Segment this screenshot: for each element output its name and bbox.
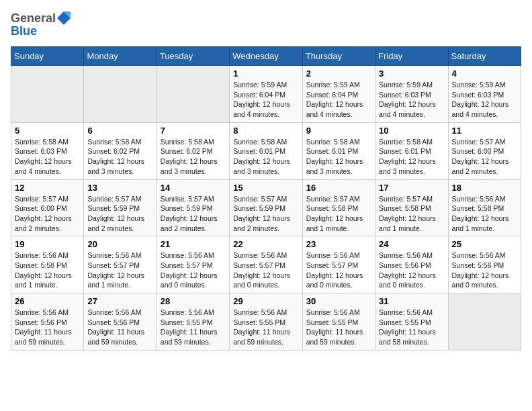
day-number: 13 [87,183,152,193]
day-info: Sunrise: 5:58 AM Sunset: 6:01 PM Dayligh… [306,137,371,177]
day-info: Sunrise: 5:56 AM Sunset: 5:57 PM Dayligh… [161,250,226,290]
calendar-cell: 3Sunrise: 5:59 AM Sunset: 6:03 PM Daylig… [375,66,448,123]
calendar-cell: 22Sunrise: 5:56 AM Sunset: 5:57 PM Dayli… [230,236,302,293]
day-info: Sunrise: 5:56 AM Sunset: 5:58 PM Dayligh… [452,194,517,234]
calendar-week-row: 5Sunrise: 5:58 AM Sunset: 6:03 PM Daylig… [11,122,521,179]
calendar-cell: 13Sunrise: 5:57 AM Sunset: 5:59 PM Dayli… [84,179,157,236]
day-number: 29 [233,296,298,306]
calendar-cell [11,66,84,123]
day-number: 21 [161,239,226,249]
day-number: 15 [233,183,298,193]
logo-general: General [11,11,56,26]
day-number: 31 [379,296,444,306]
day-info: Sunrise: 5:57 AM Sunset: 6:00 PM Dayligh… [15,194,80,234]
day-info: Sunrise: 5:57 AM Sunset: 5:59 PM Dayligh… [87,194,152,234]
weekday-header: Sunday [11,47,84,66]
day-number: 25 [452,239,517,249]
day-number: 22 [233,239,298,249]
weekday-header: Saturday [448,47,521,66]
calendar-cell: 19Sunrise: 5:56 AM Sunset: 5:58 PM Dayli… [11,236,84,293]
day-number: 18 [452,183,517,193]
day-number: 20 [87,239,152,249]
day-info: Sunrise: 5:57 AM Sunset: 5:58 PM Dayligh… [306,194,371,234]
page-header: General Blue [11,11,521,38]
day-number: 1 [233,68,298,79]
day-number: 27 [87,296,152,306]
day-info: Sunrise: 5:56 AM Sunset: 5:56 PM Dayligh… [452,250,517,290]
calendar-week-row: 1Sunrise: 5:59 AM Sunset: 6:04 PM Daylig… [11,66,521,123]
calendar-week-row: 19Sunrise: 5:56 AM Sunset: 5:58 PM Dayli… [11,236,521,293]
day-info: Sunrise: 5:56 AM Sunset: 5:55 PM Dayligh… [306,308,371,347]
calendar-cell: 6Sunrise: 5:58 AM Sunset: 6:02 PM Daylig… [84,122,157,179]
calendar-cell: 9Sunrise: 5:58 AM Sunset: 6:01 PM Daylig… [302,122,375,179]
weekday-header: Friday [375,47,448,66]
day-number: 26 [15,296,80,306]
day-number: 10 [379,126,444,136]
calendar-cell: 14Sunrise: 5:57 AM Sunset: 5:59 PM Dayli… [157,179,229,236]
day-number: 14 [161,183,226,193]
day-number: 3 [379,68,444,79]
day-number: 6 [87,126,152,136]
day-info: Sunrise: 5:57 AM Sunset: 5:59 PM Dayligh… [233,194,298,234]
day-info: Sunrise: 5:59 AM Sunset: 6:04 PM Dayligh… [233,80,298,120]
calendar-cell: 31Sunrise: 5:56 AM Sunset: 5:55 PM Dayli… [375,293,448,351]
day-info: Sunrise: 5:56 AM Sunset: 5:55 PM Dayligh… [379,308,444,347]
calendar-cell: 24Sunrise: 5:56 AM Sunset: 5:56 PM Dayli… [375,236,448,293]
day-info: Sunrise: 5:56 AM Sunset: 5:57 PM Dayligh… [306,250,371,290]
day-info: Sunrise: 5:56 AM Sunset: 5:56 PM Dayligh… [87,308,152,347]
calendar-cell [84,66,157,123]
calendar-cell: 30Sunrise: 5:56 AM Sunset: 5:55 PM Dayli… [302,293,375,351]
day-info: Sunrise: 5:59 AM Sunset: 6:03 PM Dayligh… [452,80,517,120]
day-number: 19 [15,239,80,249]
calendar-cell: 12Sunrise: 5:57 AM Sunset: 6:00 PM Dayli… [11,179,84,236]
day-info: Sunrise: 5:58 AM Sunset: 6:01 PM Dayligh… [233,137,298,177]
day-info: Sunrise: 5:57 AM Sunset: 5:58 PM Dayligh… [379,194,444,234]
calendar-cell: 17Sunrise: 5:57 AM Sunset: 5:58 PM Dayli… [375,179,448,236]
weekday-header: Monday [84,47,157,66]
day-number: 16 [306,183,371,193]
day-number: 2 [306,68,371,79]
calendar-cell: 23Sunrise: 5:56 AM Sunset: 5:57 PM Dayli… [302,236,375,293]
day-info: Sunrise: 5:58 AM Sunset: 6:01 PM Dayligh… [379,137,444,177]
calendar-cell: 28Sunrise: 5:56 AM Sunset: 5:55 PM Dayli… [157,293,229,351]
weekday-header: Tuesday [157,47,229,66]
day-number: 11 [452,126,517,136]
calendar-week-row: 26Sunrise: 5:56 AM Sunset: 5:56 PM Dayli… [11,293,521,351]
calendar-cell: 16Sunrise: 5:57 AM Sunset: 5:58 PM Dayli… [302,179,375,236]
calendar-cell: 20Sunrise: 5:56 AM Sunset: 5:57 PM Dayli… [84,236,157,293]
calendar-cell: 7Sunrise: 5:58 AM Sunset: 6:02 PM Daylig… [157,122,229,179]
day-info: Sunrise: 5:56 AM Sunset: 5:58 PM Dayligh… [15,250,80,290]
calendar-cell: 1Sunrise: 5:59 AM Sunset: 6:04 PM Daylig… [230,66,302,123]
calendar: SundayMondayTuesdayWednesdayThursdayFrid… [11,46,521,351]
day-number: 28 [161,296,226,306]
day-number: 9 [306,126,371,136]
weekday-header: Wednesday [230,47,302,66]
calendar-week-row: 12Sunrise: 5:57 AM Sunset: 6:00 PM Dayli… [11,179,521,236]
calendar-cell: 27Sunrise: 5:56 AM Sunset: 5:56 PM Dayli… [84,293,157,351]
calendar-cell: 29Sunrise: 5:56 AM Sunset: 5:55 PM Dayli… [230,293,302,351]
calendar-cell: 8Sunrise: 5:58 AM Sunset: 6:01 PM Daylig… [230,122,302,179]
logo-icon [56,11,71,26]
day-number: 17 [379,183,444,193]
day-number: 4 [452,68,517,79]
day-info: Sunrise: 5:59 AM Sunset: 6:03 PM Dayligh… [379,80,444,120]
calendar-cell: 26Sunrise: 5:56 AM Sunset: 5:56 PM Dayli… [11,293,84,351]
day-number: 24 [379,239,444,249]
day-info: Sunrise: 5:59 AM Sunset: 6:04 PM Dayligh… [306,80,371,120]
day-number: 8 [233,126,298,136]
calendar-cell: 11Sunrise: 5:57 AM Sunset: 6:00 PM Dayli… [448,122,521,179]
calendar-cell [157,66,229,123]
day-info: Sunrise: 5:58 AM Sunset: 6:03 PM Dayligh… [15,137,80,177]
day-info: Sunrise: 5:58 AM Sunset: 6:02 PM Dayligh… [161,137,226,177]
weekday-header-row: SundayMondayTuesdayWednesdayThursdayFrid… [11,47,521,66]
calendar-cell: 4Sunrise: 5:59 AM Sunset: 6:03 PM Daylig… [448,66,521,123]
day-info: Sunrise: 5:57 AM Sunset: 6:00 PM Dayligh… [452,137,517,177]
day-number: 12 [15,183,80,193]
day-number: 30 [306,296,371,306]
day-number: 23 [306,239,371,249]
logo-blue: Blue [11,24,72,38]
day-number: 7 [161,126,226,136]
calendar-cell: 15Sunrise: 5:57 AM Sunset: 5:59 PM Dayli… [230,179,302,236]
calendar-cell: 25Sunrise: 5:56 AM Sunset: 5:56 PM Dayli… [448,236,521,293]
day-info: Sunrise: 5:56 AM Sunset: 5:57 PM Dayligh… [87,250,152,290]
